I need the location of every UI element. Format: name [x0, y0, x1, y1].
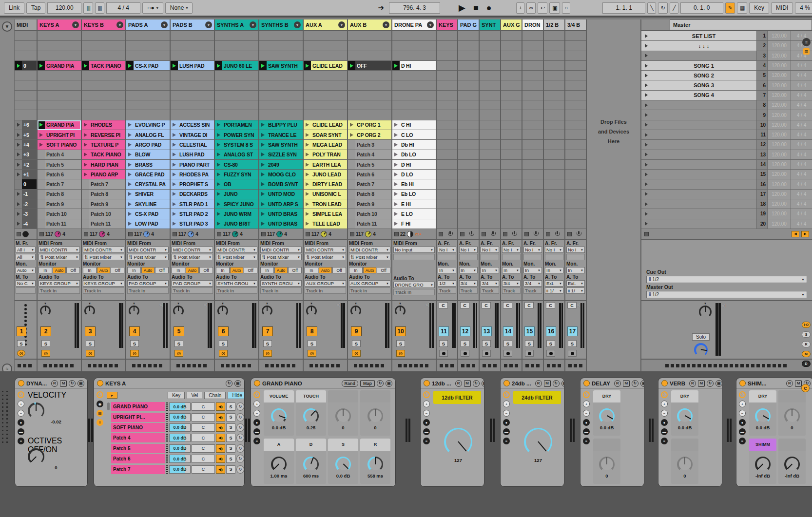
clip-launch-button[interactable]: [15, 199, 22, 209]
chain-speaker-icon[interactable]: ◀): [216, 444, 225, 453]
monitor-in-button[interactable]: In: [127, 267, 141, 273]
punch-out-button[interactable]: ╱: [670, 2, 678, 14]
monitor-auto-button[interactable]: Auto: [141, 267, 155, 273]
track-number-button[interactable]: 2: [40, 326, 51, 336]
crossfade-assign-button[interactable]: C: [503, 302, 512, 308]
clip-launch-button[interactable]: [82, 219, 89, 229]
clip-slot[interactable]: [480, 190, 500, 199]
clip-slot[interactable]: Eb HI: [392, 179, 436, 189]
track-number-button[interactable]: 1: [17, 326, 26, 336]
clip-slot[interactable]: STLR PAD 1: [171, 199, 214, 209]
clip-slot[interactable]: +3: [15, 150, 37, 160]
pan-knob[interactable]: [40, 306, 51, 316]
routing-selector[interactable]: MIDI CONTR: [305, 247, 346, 253]
rail-icon[interactable]: ◉: [97, 401, 103, 407]
clip-slot[interactable]: [458, 61, 479, 71]
clip-launch-button[interactable]: [82, 120, 89, 130]
clip-launch-button[interactable]: [348, 190, 355, 199]
clip-slot[interactable]: [126, 41, 170, 51]
clip-slot[interactable]: F HI: [392, 219, 436, 229]
scene-tempo[interactable]: 120.00: [767, 209, 791, 218]
clip-slot[interactable]: +1: [15, 170, 37, 179]
track-number-button[interactable]: 13: [482, 326, 492, 336]
clip-launch-button[interactable]: [38, 160, 45, 169]
clip-slot[interactable]: [544, 110, 564, 120]
clip-slot[interactable]: Patch 4: [348, 150, 391, 160]
scene-tempo[interactable]: 120.00: [767, 199, 791, 209]
macro-knob[interactable]: [784, 457, 800, 472]
r-button[interactable]: R: [689, 380, 696, 387]
clip-launch-button[interactable]: [82, 160, 89, 169]
scene-time-signature[interactable]: 4 / 4: [791, 219, 812, 229]
rack-tab-vel[interactable]: Vel: [187, 392, 202, 399]
clip-slot[interactable]: UPRIGHT PI: [38, 130, 81, 140]
solo-button[interactable]: S: [503, 340, 512, 347]
scene-time-signature[interactable]: 4 / 4: [791, 61, 812, 70]
scene-launch-button[interactable]: [641, 209, 651, 218]
rail-icon[interactable]: ≡: [503, 438, 510, 444]
routing-input-box[interactable]: Track: [481, 287, 499, 294]
clip-launch-button[interactable]: [82, 130, 89, 139]
arm-button[interactable]: ⊘: [219, 350, 228, 357]
clip-launch-button[interactable]: [215, 61, 222, 70]
clip-launch-button[interactable]: [215, 140, 222, 149]
clip-slot[interactable]: [522, 51, 543, 61]
clip-launch-button[interactable]: [348, 219, 355, 229]
clip-slot[interactable]: [501, 160, 522, 170]
scene-tempo[interactable]: 120.00: [767, 100, 791, 110]
clip-slot[interactable]: [348, 80, 391, 90]
macro-knob[interactable]: [28, 448, 44, 465]
arm-button[interactable]: ⊘: [174, 350, 183, 357]
clip-slot[interactable]: TELE LEAD: [304, 219, 347, 229]
pan-knob[interactable]: [395, 306, 406, 316]
clip-launch-button[interactable]: [126, 170, 134, 179]
rail-icon[interactable]: +: [253, 401, 260, 407]
monitor-in-button[interactable]: In: [305, 267, 318, 273]
clip-slot[interactable]: D HI: [392, 160, 436, 170]
clip-slot[interactable]: [501, 71, 522, 80]
clip-launch-button[interactable]: [82, 170, 89, 179]
clip-slot[interactable]: [544, 31, 564, 41]
clip-slot[interactable]: GLIDE LEAD: [304, 120, 347, 130]
stop-button[interactable]: ■: [470, 3, 482, 13]
clip-launch-button[interactable]: [259, 219, 267, 229]
scene-time-signature[interactable]: 4 / 4: [791, 140, 812, 149]
chain-pan[interactable]: C: [192, 455, 215, 463]
re-enable-automation-button[interactable]: ↩: [538, 2, 547, 14]
draw-mode-button[interactable]: ✎: [725, 2, 735, 14]
clip-slot[interactable]: Patch 3: [348, 140, 391, 150]
solo-button[interactable]: S: [308, 340, 316, 347]
clip-slot[interactable]: GRAND PIA: [38, 61, 81, 71]
clip-slot[interactable]: [480, 51, 500, 61]
clip-slot[interactable]: Patch 10: [348, 209, 391, 219]
clip-slot[interactable]: 0: [15, 61, 37, 71]
scene-row[interactable]: SONG 25120.004 / 4: [641, 71, 812, 80]
prev-scene-button[interactable]: ◀: [792, 231, 799, 237]
clip-slot[interactable]: [565, 140, 586, 150]
device-activator-led[interactable]: [97, 380, 103, 386]
clip-stop-button[interactable]: [460, 232, 464, 236]
routing-selector[interactable]: MIDI CONTR: [260, 247, 302, 253]
chain-hot-swap-icon[interactable]: ↻: [236, 455, 244, 463]
clip-slot[interactable]: [215, 41, 258, 51]
side-toggle-s[interactable]: S: [802, 331, 811, 338]
scene-launch-button[interactable]: [641, 219, 651, 229]
clip-slot[interactable]: CELESTIAL: [171, 140, 214, 150]
routing-input-box[interactable]: [502, 254, 521, 260]
clip-slot[interactable]: [304, 80, 347, 90]
clip-slot[interactable]: [215, 51, 258, 61]
monitor-off-button[interactable]: Off: [244, 267, 257, 273]
scene-launch-button[interactable]: [641, 51, 651, 60]
punch-in-button[interactable]: ╲: [647, 2, 656, 14]
loop-length-display[interactable]: 0. 1. 0: [680, 2, 723, 14]
rack-tab-key[interactable]: Key: [168, 392, 185, 399]
clip-slot[interactable]: [437, 209, 457, 219]
routing-selector[interactable]: KEYS GROUP: [39, 280, 80, 287]
clip-slot[interactable]: [501, 190, 522, 199]
clip-launch-button[interactable]: [259, 130, 267, 139]
monitor-auto-button[interactable]: Auto: [186, 267, 199, 273]
clip-slot[interactable]: Db LO: [392, 150, 436, 160]
arm-button[interactable]: ⊘: [17, 350, 25, 357]
clip-slot[interactable]: [82, 31, 125, 41]
collapse-arrow-icon[interactable]: ▼: [2, 21, 12, 32]
